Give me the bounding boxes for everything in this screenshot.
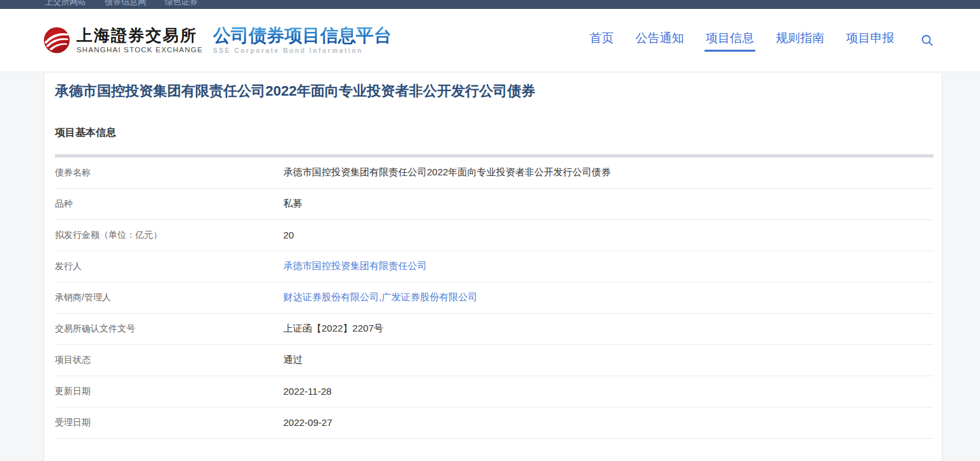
platform-name-cn: 公司债券项目信息平台 [213, 26, 392, 45]
site-header: 上海證券交易所 SHANGHAI STOCK EXCHANGE 公司债券项目信息… [0, 9, 980, 72]
row-value[interactable]: 财达证券股份有限公司,广发证券股份有限公司 [283, 291, 477, 304]
nav-item[interactable]: 规则指南 [775, 26, 826, 54]
page-body: 承德市国控投资集团有限责任公司2022年面向专业投资者非公开发行公司债券 项目基… [0, 72, 980, 461]
main-nav: 首页 公告通知 项目信息 规则指南 项目申报 [588, 26, 896, 54]
row-label: 发行人 [55, 261, 283, 272]
nav-item[interactable]: 项目申报 [845, 26, 896, 54]
table-row: 交易所确认文件文号 上证函【2022】2207号 [55, 314, 933, 345]
topbar-link[interactable]: 绿色证券 [165, 0, 198, 8]
sse-name-en: SHANGHAI STOCK EXCHANGE [77, 46, 203, 54]
page-title: 承德市国控投资集团有限责任公司2022年面向专业投资者非公开发行公司债券 [55, 82, 932, 101]
row-value: 通过 [283, 354, 302, 366]
row-value: 2022-11-28 [283, 386, 332, 397]
table-rows: 债券名称 承德市国控投资集团有限责任公司2022年面向专业投资者非公开发行公司债… [55, 157, 933, 439]
row-value: 上证函【2022】2207号 [283, 323, 383, 335]
row-label: 项目状态 [55, 355, 283, 366]
top-utility-bar: 上交所网站 债券信息网 绿色证券 [0, 0, 980, 9]
table-row: 债券名称 承德市国控投资集团有限责任公司2022年面向专业投资者非公开发行公司债… [55, 157, 933, 189]
project-info-table: 债券名称 承德市国控投资集团有限责任公司2022年面向专业投资者非公开发行公司债… [55, 154, 933, 439]
table-row: 品种 私募 [55, 189, 933, 220]
logo-group[interactable]: 上海證券交易所 SHANGHAI STOCK EXCHANGE 公司债券项目信息… [43, 26, 392, 54]
header-nav-group: 首页 公告通知 项目信息 规则指南 项目申报 [588, 26, 934, 54]
topbar-link[interactable]: 债券信息网 [105, 0, 146, 8]
table-row: 受理日期 2022-09-27 [55, 407, 933, 439]
row-label: 交易所确认文件文号 [55, 323, 283, 335]
row-label: 债券名称 [55, 167, 283, 179]
table-row: 承销商/管理人 财达证券股份有限公司,广发证券股份有限公司 [55, 282, 933, 314]
row-value: 承德市国控投资集团有限责任公司2022年面向专业投资者非公开发行公司债券 [283, 166, 611, 179]
nav-item[interactable]: 项目信息 [704, 26, 755, 54]
platform-name-en: SSE Corporate Bond Information [213, 47, 392, 54]
top-utility-links: 上交所网站 债券信息网 绿色证券 [0, 0, 980, 8]
row-value: 2022-09-27 [283, 417, 332, 428]
row-value: 20 [283, 230, 294, 240]
row-value: 私募 [283, 198, 302, 210]
content-panel: 承德市国控投资集团有限责任公司2022年面向专业投资者非公开发行公司债券 项目基… [43, 73, 942, 461]
sse-logo-icon [43, 27, 70, 54]
table-row: 拟发行金额（单位：亿元） 20 [55, 220, 933, 251]
table-row: 更新日期 2022-11-28 [55, 376, 933, 407]
row-value[interactable]: 承德市国控投资集团有限责任公司 [283, 260, 427, 272]
search-button[interactable] [920, 33, 934, 47]
nav-item[interactable]: 首页 [588, 26, 615, 54]
sse-name-cn: 上海證券交易所 [77, 27, 203, 45]
search-icon [921, 34, 933, 47]
platform-name-block: 公司债券项目信息平台 SSE Corporate Bond Informatio… [213, 26, 392, 54]
row-label: 受理日期 [55, 417, 283, 428]
row-label: 品种 [55, 198, 283, 210]
sse-name-block: 上海證券交易所 SHANGHAI STOCK EXCHANGE [77, 27, 203, 54]
table-row: 发行人 承德市国控投资集团有限责任公司 [55, 251, 933, 282]
section-title: 项目基本信息 [55, 126, 932, 140]
row-label: 更新日期 [55, 386, 283, 397]
row-label: 承销商/管理人 [55, 292, 283, 304]
nav-item[interactable]: 公告通知 [634, 26, 685, 54]
topbar-link[interactable]: 上交所网站 [45, 0, 86, 8]
table-row: 项目状态 通过 [55, 345, 933, 376]
row-label: 拟发行金额（单位：亿元） [55, 230, 283, 241]
